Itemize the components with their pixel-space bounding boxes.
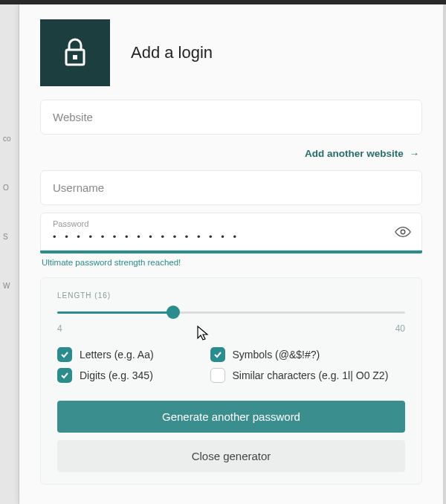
- arrow-right-icon: →: [410, 148, 420, 159]
- option-digits-label: Digits (e.g. 345): [80, 369, 153, 381]
- add-another-website-link[interactable]: Add another website →: [305, 148, 419, 159]
- option-symbols[interactable]: Symbols (@&$!#?): [210, 347, 406, 362]
- option-letters[interactable]: Letters (e.g. Aa): [57, 347, 197, 362]
- add-another-website-label: Add another website: [305, 148, 404, 159]
- option-symbols-label: Symbols (@&$!#?): [233, 349, 320, 361]
- check-icon: [60, 350, 69, 359]
- lock-icon-tile: [40, 19, 110, 86]
- slider-max: 40: [395, 323, 405, 334]
- check-icon: [60, 371, 69, 380]
- checkbox-symbols[interactable]: [210, 347, 225, 362]
- password-strength-text: Ultimate password strength reached!: [42, 258, 422, 267]
- username-label: Username: [53, 181, 410, 194]
- reveal-password-button[interactable]: [395, 224, 411, 240]
- option-similar[interactable]: Similar characters (e.g. 1l| O0 Z2): [210, 368, 406, 383]
- option-letters-label: Letters (e.g. Aa): [80, 349, 154, 361]
- add-login-panel: Add a login Website Add another website …: [19, 4, 443, 504]
- background-sidebar: co O S W: [0, 4, 19, 504]
- checkbox-digits[interactable]: [57, 368, 72, 383]
- slider-min: 4: [57, 323, 62, 334]
- panel-header: Add a login: [40, 4, 422, 100]
- bg-hint: O: [3, 184, 19, 192]
- eye-icon: [395, 224, 411, 240]
- website-label: Website: [53, 111, 410, 123]
- slider-thumb[interactable]: [167, 306, 180, 319]
- password-field[interactable]: Password • • • • • • • • • • • • • • • •: [40, 213, 422, 251]
- option-similar-label: Similar characters (e.g. 1l| O0 Z2): [233, 369, 389, 381]
- bg-hint: S: [3, 233, 19, 241]
- svg-rect-1: [73, 55, 77, 59]
- bg-hint: co: [3, 135, 19, 143]
- close-generator-button[interactable]: Close generator: [57, 440, 405, 472]
- username-field[interactable]: Username: [40, 170, 422, 205]
- option-digits[interactable]: Digits (e.g. 345): [57, 368, 197, 383]
- generate-password-button[interactable]: Generate another password: [57, 401, 405, 433]
- slider-limits: 4 40: [57, 323, 405, 334]
- website-field[interactable]: Website: [40, 100, 422, 135]
- length-slider[interactable]: [57, 306, 405, 320]
- length-label: LENGTH (16): [57, 291, 405, 300]
- bg-hint: W: [3, 282, 19, 290]
- password-generator: LENGTH (16) 4 40 Letters (e.g. Aa): [40, 277, 422, 485]
- password-label: Password: [53, 219, 410, 228]
- checkbox-letters[interactable]: [57, 347, 72, 362]
- svg-point-2: [401, 230, 405, 234]
- slider-track-fill: [57, 311, 173, 314]
- checkbox-similar[interactable]: [210, 368, 225, 383]
- lock-icon: [60, 36, 90, 69]
- page-title: Add a login: [131, 43, 213, 62]
- password-masked-value: • • • • • • • • • • • • • • • •: [53, 231, 410, 242]
- check-icon: [213, 350, 222, 359]
- password-strength-bar: [40, 251, 422, 253]
- generator-options: Letters (e.g. Aa) Symbols (@&$!#?) Digit…: [57, 347, 405, 383]
